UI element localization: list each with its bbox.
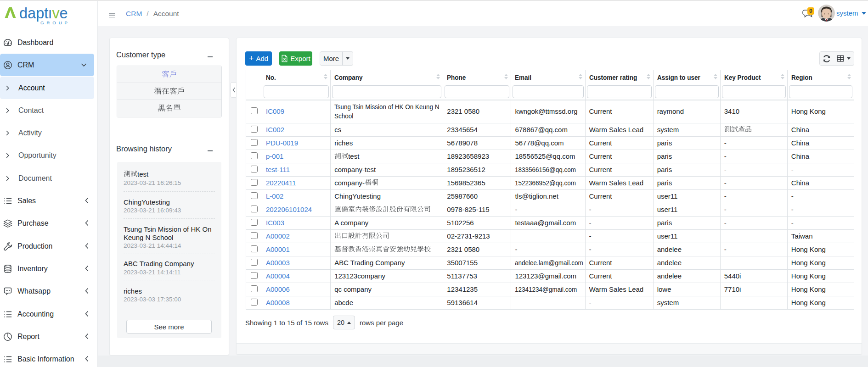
svg-text:e: e <box>60 5 68 22</box>
svg-text:ı: ı <box>48 5 52 22</box>
svg-text:GROUP: GROUP <box>40 20 70 25</box>
svg-text:dapt: dapt <box>19 5 48 22</box>
svg-text:v: v <box>52 5 60 22</box>
